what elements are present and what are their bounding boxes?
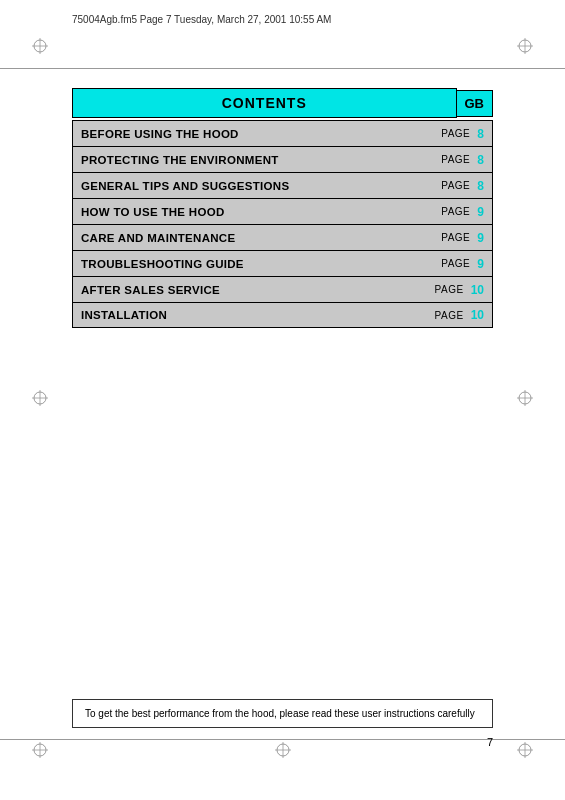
corner-mark-mr xyxy=(517,390,533,406)
toc-label-7: INSTALLATION xyxy=(73,305,427,325)
gb-label: GB xyxy=(457,90,494,117)
toc-page-6: PAGE 10 xyxy=(427,279,492,301)
page-container: 75004Agb.fm5 Page 7 Tuesday, March 27, 2… xyxy=(0,0,565,800)
toc-row-5: TROUBLESHOOTING GUIDE PAGE 9 xyxy=(72,250,493,276)
top-divider xyxy=(0,68,565,69)
toc-page-1: PAGE 8 xyxy=(433,149,492,171)
toc-page-2: PAGE 8 xyxy=(433,175,492,197)
toc-label-0: BEFORE USING THE HOOD xyxy=(73,124,433,144)
toc-label-1: PROTECTING THE ENVIRONMENT xyxy=(73,150,433,170)
page-number: 7 xyxy=(487,736,493,748)
toc-label-5: TROUBLESHOOTING GUIDE xyxy=(73,254,433,274)
corner-mark-bm xyxy=(275,742,291,758)
bottom-note: To get the best performance from the hoo… xyxy=(72,699,493,728)
file-info: 75004Agb.fm5 Page 7 Tuesday, March 27, 2… xyxy=(72,14,331,25)
toc-table: BEFORE USING THE HOOD PAGE 8 PROTECTING … xyxy=(72,120,493,328)
corner-mark-br xyxy=(517,742,533,758)
contents-title-box: CONTENTS xyxy=(72,88,457,118)
bottom-divider xyxy=(0,739,565,740)
toc-row-3: HOW TO USE THE HOOD PAGE 9 xyxy=(72,198,493,224)
toc-row-0: BEFORE USING THE HOOD PAGE 8 xyxy=(72,120,493,146)
corner-mark-bl xyxy=(32,742,48,758)
toc-page-7: PAGE 10 xyxy=(427,304,492,326)
toc-page-4: PAGE 9 xyxy=(433,227,492,249)
toc-row-4: CARE AND MAINTENANCE PAGE 9 xyxy=(72,224,493,250)
toc-label-6: AFTER SALES SERVICE xyxy=(73,280,427,300)
toc-label-4: CARE AND MAINTENANCE xyxy=(73,228,433,248)
toc-label-2: GENERAL TIPS AND SUGGESTIONS xyxy=(73,176,433,196)
corner-mark-tl xyxy=(32,38,48,54)
corner-mark-ml xyxy=(32,390,48,406)
contents-header: CONTENTS GB xyxy=(72,88,493,118)
toc-page-5: PAGE 9 xyxy=(433,253,492,275)
toc-row-2: GENERAL TIPS AND SUGGESTIONS PAGE 8 xyxy=(72,172,493,198)
contents-title: CONTENTS xyxy=(222,95,307,111)
toc-row-6: AFTER SALES SERVICE PAGE 10 xyxy=(72,276,493,302)
toc-page-3: PAGE 9 xyxy=(433,201,492,223)
content-area: CONTENTS GB BEFORE USING THE HOOD PAGE 8… xyxy=(72,88,493,328)
toc-page-0: PAGE 8 xyxy=(433,123,492,145)
toc-label-3: HOW TO USE THE HOOD xyxy=(73,202,433,222)
toc-row-1: PROTECTING THE ENVIRONMENT PAGE 8 xyxy=(72,146,493,172)
corner-mark-tr xyxy=(517,38,533,54)
toc-row-7: INSTALLATION PAGE 10 xyxy=(72,302,493,328)
